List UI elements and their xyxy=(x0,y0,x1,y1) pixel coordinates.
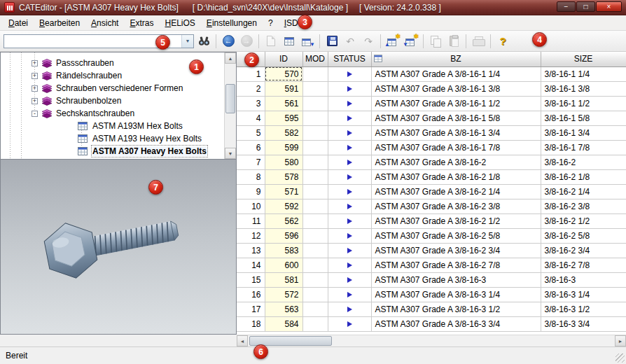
scroll-up-button[interactable]: ▲ xyxy=(225,52,236,64)
mod-cell[interactable] xyxy=(302,302,328,316)
maximize-button[interactable]: □ xyxy=(576,1,595,12)
status-cell[interactable] xyxy=(328,169,371,184)
size-cell[interactable]: 3/8-16-1 5/8 xyxy=(541,111,626,125)
print-button[interactable] xyxy=(470,33,487,49)
status-cell[interactable] xyxy=(328,287,371,302)
row-number-cell[interactable]: 6 xyxy=(237,140,265,155)
table-row[interactable]: 18584ASTM A307 Grade A 3/8-16-3 3/43/8-1… xyxy=(237,316,626,331)
mod-cell[interactable] xyxy=(302,287,328,302)
append-record-button[interactable]: ✱ ▼ xyxy=(403,33,419,49)
size-cell[interactable]: 3/8-16-3 1/4 xyxy=(541,287,626,302)
search-input[interactable] xyxy=(4,36,181,47)
row-number-cell[interactable]: 11 xyxy=(237,214,265,228)
size-cell[interactable]: 3/8-16-1 3/8 xyxy=(541,81,626,96)
status-cell[interactable] xyxy=(328,199,371,214)
bz-cell[interactable]: ASTM A307 Grade A 3/8-16-1 7/8 xyxy=(371,140,541,155)
status-cell[interactable] xyxy=(328,140,371,155)
mod-cell[interactable] xyxy=(302,96,328,111)
menu-item-bearbeiten[interactable]: Bearbeiten xyxy=(34,16,85,30)
size-cell[interactable]: 3/8-16-2 1/8 xyxy=(541,169,626,184)
forward-button[interactable]: → xyxy=(238,33,255,49)
tree-item[interactable]: ASTM A307 Heavy Hex Bolts xyxy=(1,145,224,158)
table-row[interactable]: 2591ASTM A307 Grade A 3/8-16-1 3/83/8-16… xyxy=(237,81,626,96)
size-cell[interactable]: 3/8-16-2 1/2 xyxy=(541,214,626,228)
table-row[interactable]: 12596ASTM A307 Grade A 3/8-16-2 5/83/8-1… xyxy=(237,228,626,243)
table-row[interactable]: 5582ASTM A307 Grade A 3/8-16-1 3/43/8-16… xyxy=(237,125,626,140)
size-cell[interactable]: 3/8-16-1 7/8 xyxy=(541,140,626,155)
column-header-size[interactable]: SIZE xyxy=(541,52,626,66)
mod-cell[interactable] xyxy=(302,169,328,184)
size-cell[interactable]: 3/8-16-2 7/8 xyxy=(541,258,626,272)
menu-item-extras[interactable]: Extras xyxy=(124,16,159,30)
paste-button[interactable] xyxy=(445,33,462,49)
table-row[interactable]: 6599ASTM A307 Grade A 3/8-16-1 7/83/8-16… xyxy=(237,140,626,155)
bz-cell[interactable]: ASTM A307 Grade A 3/8-16-2 1/4 xyxy=(371,184,541,199)
id-cell[interactable]: 561 xyxy=(265,96,302,111)
mod-cell[interactable] xyxy=(302,81,328,96)
mod-cell[interactable] xyxy=(302,272,328,287)
bz-cell[interactable]: ASTM A307 Grade A 3/8-16-1 3/4 xyxy=(371,125,541,140)
resize-grip[interactable] xyxy=(615,354,625,363)
copy-button[interactable] xyxy=(427,33,444,49)
table-row[interactable]: 4595ASTM A307 Grade A 3/8-16-1 5/83/8-16… xyxy=(237,111,626,125)
bz-cell[interactable]: ASTM A307 Grade A 3/8-16-1 5/8 xyxy=(371,111,541,125)
id-cell[interactable]: 563 xyxy=(265,302,302,316)
status-cell[interactable] xyxy=(328,96,371,111)
id-cell[interactable]: 595 xyxy=(265,111,302,125)
id-cell[interactable]: 572 xyxy=(265,287,302,302)
status-cell[interactable] xyxy=(328,228,371,243)
expand-icon[interactable]: + xyxy=(32,98,38,104)
bz-cell[interactable]: ASTM A307 Grade A 3/8-16-3 3/4 xyxy=(371,316,541,331)
row-number-cell[interactable]: 16 xyxy=(237,287,265,302)
find-button[interactable] xyxy=(195,33,212,49)
menu-item-hilfe[interactable]: ? xyxy=(263,16,279,30)
tree-item[interactable]: ASTM A193 Heavy Hex Bolts xyxy=(1,132,224,145)
mod-cell[interactable] xyxy=(302,258,328,272)
bz-cell[interactable]: ASTM A307 Grade A 3/8-16-2 7/8 xyxy=(371,258,541,272)
tree-item[interactable]: +Schraubenbolzen xyxy=(1,94,224,107)
bz-cell[interactable]: ASTM A307 Grade A 3/8-16-2 3/4 xyxy=(371,243,541,258)
new-document-button[interactable] xyxy=(263,33,279,49)
id-cell[interactable]: 571 xyxy=(265,184,302,199)
column-header-status[interactable]: STATUS xyxy=(328,52,371,66)
size-cell[interactable]: 3/8-16-3 1/2 xyxy=(541,302,626,316)
bz-cell[interactable]: ASTM A307 Grade A 3/8-16-3 1/4 xyxy=(371,287,541,302)
menu-item-ansicht[interactable]: Ansicht xyxy=(85,16,124,30)
row-number-cell[interactable]: 14 xyxy=(237,258,265,272)
grid-horizontal-scrollbar[interactable]: ◄ ► xyxy=(237,335,626,346)
id-cell[interactable]: 578 xyxy=(265,169,302,184)
menu-item-helios[interactable]: HELiOS xyxy=(160,16,201,30)
status-cell[interactable] xyxy=(328,214,371,228)
bz-cell[interactable]: ASTM A307 Grade A 3/8-16-2 xyxy=(371,155,541,169)
size-cell[interactable]: 3/8-16-1 1/2 xyxy=(541,96,626,111)
id-cell[interactable]: 600 xyxy=(265,258,302,272)
row-number-cell[interactable]: 12 xyxy=(237,228,265,243)
undo-button[interactable]: ↶ xyxy=(342,33,359,49)
mod-cell[interactable] xyxy=(302,140,328,155)
row-number-cell[interactable]: 8 xyxy=(237,169,265,184)
mod-cell[interactable] xyxy=(302,214,328,228)
status-cell[interactable] xyxy=(328,155,371,169)
mod-cell[interactable] xyxy=(302,66,328,81)
status-cell[interactable] xyxy=(328,243,371,258)
combobox-dropdown-button[interactable]: ▼ xyxy=(181,35,193,48)
status-cell[interactable] xyxy=(328,66,371,81)
status-cell[interactable] xyxy=(328,125,371,140)
row-number-cell[interactable]: 3 xyxy=(237,96,265,111)
table-row[interactable]: 17563ASTM A307 Grade A 3/8-16-3 1/23/8-1… xyxy=(237,302,626,316)
table-row[interactable]: 1570ASTM A307 Grade A 3/8-16-1 1/43/8-16… xyxy=(237,66,626,81)
id-cell[interactable]: 581 xyxy=(265,272,302,287)
bz-cell[interactable]: ASTM A307 Grade A 3/8-16-1 3/8 xyxy=(371,81,541,96)
size-cell[interactable]: 3/8-16-2 1/4 xyxy=(541,184,626,199)
id-cell[interactable]: 583 xyxy=(265,243,302,258)
bz-cell[interactable]: ASTM A307 Grade A 3/8-16-3 1/2 xyxy=(371,302,541,316)
size-cell[interactable]: 3/8-16-2 3/8 xyxy=(541,199,626,214)
table-row[interactable]: 14600ASTM A307 Grade A 3/8-16-2 7/83/8-1… xyxy=(237,258,626,272)
new-table-button[interactable] xyxy=(281,33,298,49)
expand-icon[interactable]: + xyxy=(32,73,38,79)
size-cell[interactable]: 3/8-16-1 3/4 xyxy=(541,125,626,140)
tree-item[interactable]: ASTM A193M Hex Bolts xyxy=(1,120,224,132)
mod-cell[interactable] xyxy=(302,184,328,199)
row-number-cell[interactable]: 17 xyxy=(237,302,265,316)
mod-cell[interactable] xyxy=(302,243,328,258)
